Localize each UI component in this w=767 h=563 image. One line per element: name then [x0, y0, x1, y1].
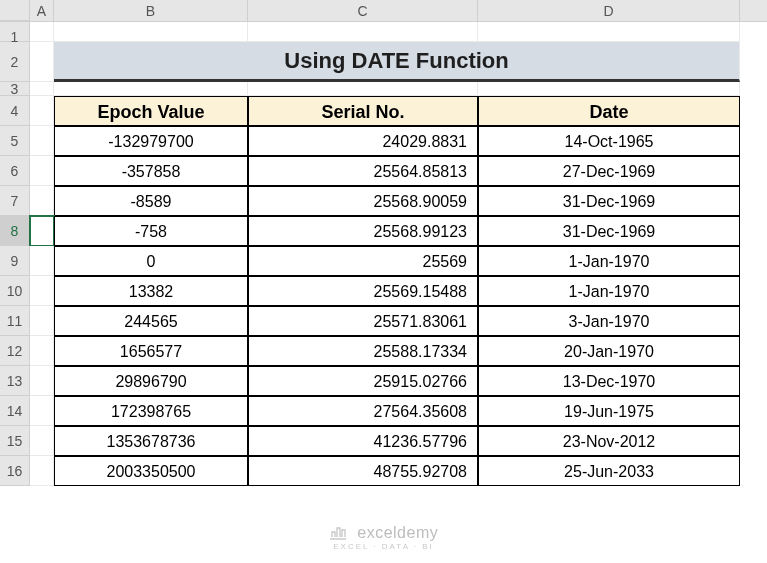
row-10: 101338225569.154881-Jan-1970	[0, 276, 767, 306]
header-epoch[interactable]: Epoch Value	[54, 96, 248, 126]
cell-A15[interactable]	[30, 426, 54, 456]
row-13: 132989679025915.0276613-Dec-1970	[0, 366, 767, 396]
row-header-7[interactable]: 7	[0, 186, 30, 216]
col-header-A[interactable]: A	[30, 0, 54, 21]
cell-A1[interactable]	[30, 22, 54, 42]
row-header-8[interactable]: 8	[0, 216, 30, 246]
cell-epoch-6[interactable]: -357858	[54, 156, 248, 186]
col-header-D[interactable]: D	[478, 0, 740, 21]
row-9: 90255691-Jan-1970	[0, 246, 767, 276]
cell-epoch-14[interactable]: 172398765	[54, 396, 248, 426]
row-16: 16200335050048755.9270825-Jun-2033	[0, 456, 767, 486]
cell-D1[interactable]	[478, 22, 740, 42]
cell-serial-14[interactable]: 27564.35608	[248, 396, 478, 426]
row-6: 6-35785825564.8581327-Dec-1969	[0, 156, 767, 186]
row-header-1[interactable]: 1	[0, 22, 30, 42]
logo-text: exceldemy	[357, 524, 438, 541]
cell-epoch-9[interactable]: 0	[54, 246, 248, 276]
cell-A13[interactable]	[30, 366, 54, 396]
cell-serial-16[interactable]: 48755.92708	[248, 456, 478, 486]
select-all-corner[interactable]	[0, 0, 30, 21]
cell-A8[interactable]	[30, 216, 54, 246]
watermark-logo: exceldemy EXCEL · DATA · BI	[0, 524, 767, 551]
cell-epoch-10[interactable]: 13382	[54, 276, 248, 306]
cell-A5[interactable]	[30, 126, 54, 156]
cell-A12[interactable]	[30, 336, 54, 366]
cell-epoch-13[interactable]: 29896790	[54, 366, 248, 396]
cell-epoch-12[interactable]: 1656577	[54, 336, 248, 366]
cell-date-9[interactable]: 1-Jan-1970	[478, 246, 740, 276]
cell-B1[interactable]	[54, 22, 248, 42]
cell-serial-7[interactable]: 25568.90059	[248, 186, 478, 216]
cell-date-5[interactable]: 14-Oct-1965	[478, 126, 740, 156]
row-14: 1417239876527564.3560819-Jun-1975	[0, 396, 767, 426]
cell-C1[interactable]	[248, 22, 478, 42]
header-date[interactable]: Date	[478, 96, 740, 126]
cell-serial-11[interactable]: 25571.83061	[248, 306, 478, 336]
row-5: 5-13297970024029.883114-Oct-1965	[0, 126, 767, 156]
cell-A4[interactable]	[30, 96, 54, 126]
row-header-3[interactable]: 3	[0, 82, 30, 96]
cell-date-11[interactable]: 3-Jan-1970	[478, 306, 740, 336]
cell-A9[interactable]	[30, 246, 54, 276]
cell-A7[interactable]	[30, 186, 54, 216]
col-header-B[interactable]: B	[54, 0, 248, 21]
cell-A10[interactable]	[30, 276, 54, 306]
row-4: 4 Epoch Value Serial No. Date	[0, 96, 767, 126]
row-header-6[interactable]: 6	[0, 156, 30, 186]
row-header-12[interactable]: 12	[0, 336, 30, 366]
cell-D3[interactable]	[478, 82, 740, 96]
cell-serial-8[interactable]: 25568.99123	[248, 216, 478, 246]
cell-serial-15[interactable]: 41236.57796	[248, 426, 478, 456]
row-15: 15135367873641236.5779623-Nov-2012	[0, 426, 767, 456]
row-2: 2 Using DATE Function	[0, 42, 767, 82]
cell-A14[interactable]	[30, 396, 54, 426]
title-cell[interactable]: Using DATE Function	[54, 42, 740, 82]
cell-A3[interactable]	[30, 82, 54, 96]
chart-icon	[329, 524, 347, 544]
cell-B3[interactable]	[54, 82, 248, 96]
cell-A16[interactable]	[30, 456, 54, 486]
row-header-10[interactable]: 10	[0, 276, 30, 306]
cell-A2[interactable]	[30, 42, 54, 82]
row-header-15[interactable]: 15	[0, 426, 30, 456]
cell-epoch-7[interactable]: -8589	[54, 186, 248, 216]
cell-A11[interactable]	[30, 306, 54, 336]
row-header-5[interactable]: 5	[0, 126, 30, 156]
cell-date-8[interactable]: 31-Dec-1969	[478, 216, 740, 246]
cell-date-6[interactable]: 27-Dec-1969	[478, 156, 740, 186]
cell-date-10[interactable]: 1-Jan-1970	[478, 276, 740, 306]
cell-serial-10[interactable]: 25569.15488	[248, 276, 478, 306]
cell-serial-6[interactable]: 25564.85813	[248, 156, 478, 186]
cell-serial-5[interactable]: 24029.8831	[248, 126, 478, 156]
cell-C3[interactable]	[248, 82, 478, 96]
spreadsheet: A B C D 1 2 Using DATE Function 3 4 Epoc…	[0, 0, 767, 563]
row-header-2[interactable]: 2	[0, 42, 30, 82]
column-headers-row: A B C D	[0, 0, 767, 22]
cell-epoch-15[interactable]: 1353678736	[54, 426, 248, 456]
cell-date-7[interactable]: 31-Dec-1969	[478, 186, 740, 216]
cell-serial-12[interactable]: 25588.17334	[248, 336, 478, 366]
row-header-4[interactable]: 4	[0, 96, 30, 126]
cell-serial-9[interactable]: 25569	[248, 246, 478, 276]
cell-date-16[interactable]: 25-Jun-2033	[478, 456, 740, 486]
cell-serial-13[interactable]: 25915.02766	[248, 366, 478, 396]
cell-epoch-5[interactable]: -132979700	[54, 126, 248, 156]
cell-epoch-11[interactable]: 244565	[54, 306, 248, 336]
cell-date-14[interactable]: 19-Jun-1975	[478, 396, 740, 426]
row-header-11[interactable]: 11	[0, 306, 30, 336]
row-1: 1	[0, 22, 767, 42]
row-header-13[interactable]: 13	[0, 366, 30, 396]
row-12: 12165657725588.1733420-Jan-1970	[0, 336, 767, 366]
cell-A6[interactable]	[30, 156, 54, 186]
cell-epoch-8[interactable]: -758	[54, 216, 248, 246]
cell-date-15[interactable]: 23-Nov-2012	[478, 426, 740, 456]
row-header-16[interactable]: 16	[0, 456, 30, 486]
col-header-C[interactable]: C	[248, 0, 478, 21]
header-serial[interactable]: Serial No.	[248, 96, 478, 126]
cell-epoch-16[interactable]: 2003350500	[54, 456, 248, 486]
cell-date-12[interactable]: 20-Jan-1970	[478, 336, 740, 366]
cell-date-13[interactable]: 13-Dec-1970	[478, 366, 740, 396]
row-header-9[interactable]: 9	[0, 246, 30, 276]
row-header-14[interactable]: 14	[0, 396, 30, 426]
